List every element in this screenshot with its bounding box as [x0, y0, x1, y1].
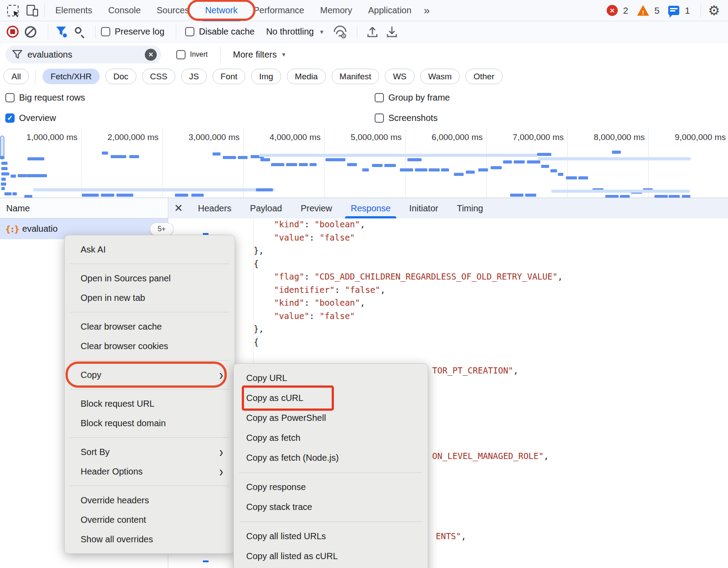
detail-tab-initiator[interactable]: Initiator — [400, 198, 448, 218]
more-filters-label: More filters — [233, 50, 277, 60]
tab-memory[interactable]: Memory — [312, 0, 360, 21]
chip-media[interactable]: Media — [287, 69, 326, 84]
message-count: 1 — [685, 5, 690, 16]
chip-other[interactable]: Other — [465, 69, 503, 84]
options-row-2: ✓ Overview Screenshots — [0, 108, 728, 128]
detail-tab-preview[interactable]: Preview — [291, 198, 341, 218]
timeline-tick-label: 3,000,000 ms — [189, 132, 240, 142]
detail-tab-headers[interactable]: Headers — [189, 198, 241, 218]
record-network-log-button[interactable] — [7, 26, 19, 38]
big-request-rows-label: Big request rows — [19, 93, 85, 103]
devtools-window: ElementsConsoleSourcesNetworkPerformance… — [0, 0, 728, 568]
detail-tab-timing[interactable]: Timing — [448, 198, 492, 218]
group-by-frame-checkbox[interactable] — [375, 93, 384, 102]
menu-item-clear-browser-cache[interactable]: Clear browser cache — [65, 317, 235, 336]
menu-item-override-headers[interactable]: Override headers — [65, 490, 235, 510]
chip-img[interactable]: Img — [251, 69, 281, 84]
warning-icon[interactable]: ! — [637, 5, 649, 16]
copy-submenu: Copy URLCopy as cURLCopy as PowerShellCo… — [233, 363, 428, 568]
menu-item-open-in-sources-panel[interactable]: Open in Sources panel — [65, 268, 235, 288]
tab-performance[interactable]: Performance — [246, 0, 313, 21]
waterfall-bar — [372, 164, 383, 167]
menu-item-block-request-domain[interactable]: Block request domain — [65, 413, 235, 433]
device-toolbar-icon[interactable] — [27, 5, 38, 16]
menu-item-label: Clear browser cache — [81, 322, 162, 332]
menu-item-clear-browser-cookies[interactable]: Clear browser cookies — [65, 336, 235, 356]
chip-manifest[interactable]: Manifest — [332, 69, 379, 84]
context-menu: Ask AIOpen in Sources panelOpen in new t… — [64, 235, 235, 554]
import-har-icon[interactable] — [386, 26, 398, 38]
throttling-select[interactable]: No throttling ▾ — [266, 27, 323, 37]
chip-doc[interactable]: Doc — [105, 69, 136, 84]
timeline-gridline — [567, 128, 568, 198]
overview-checkbox[interactable]: ✓ — [5, 113, 15, 123]
code-fold-icon[interactable] — [203, 560, 209, 562]
menu-item-header-options[interactable]: Header Options› — [65, 462, 235, 481]
detail-tab-payload[interactable]: Payload — [241, 198, 291, 218]
chip-ws[interactable]: WS — [385, 69, 414, 84]
tab-network[interactable]: Network — [197, 0, 245, 21]
menu-item-block-request-url[interactable]: Block request URL — [65, 394, 235, 413]
menu-item-copy-all-listed-as-curl[interactable]: Copy all listed as cURL — [234, 546, 428, 566]
filter-input[interactable]: evaluations ✕ — [5, 46, 161, 63]
menu-item-copy-as-curl[interactable]: Copy as cURL — [234, 388, 428, 408]
menu-item-copy-url[interactable]: Copy URL — [234, 368, 428, 388]
tab-elements[interactable]: Elements — [47, 0, 100, 21]
menu-item-show-all-overrides[interactable]: Show all overrides — [65, 529, 235, 549]
waterfall-bar — [1, 162, 8, 165]
tab-label: Application — [368, 5, 411, 16]
tab-console[interactable]: Console — [100, 0, 148, 21]
tab-sources[interactable]: Sources — [149, 0, 197, 21]
disable-cache-checkbox[interactable] — [185, 27, 194, 36]
network-overview-timeline[interactable]: 1,000,000 ms2,000,000 ms3,000,000 ms4,00… — [0, 128, 728, 198]
menu-item-label: Copy stack trace — [246, 502, 312, 512]
timeline-gridline — [405, 128, 406, 198]
menu-item-copy-as-fetch[interactable]: Copy as fetch — [234, 428, 428, 448]
inspect-element-icon[interactable] — [7, 5, 19, 16]
menu-item-label: Copy as fetch (Node.js) — [246, 453, 339, 463]
clear-filter-icon[interactable]: ✕ — [145, 49, 157, 61]
search-icon[interactable] — [74, 26, 85, 38]
invert-checkbox[interactable] — [176, 50, 186, 59]
menu-separator — [70, 486, 229, 486]
chip-css[interactable]: CSS — [142, 69, 175, 84]
menu-item-copy[interactable]: Copy› — [65, 365, 235, 385]
menu-item-override-content[interactable]: Override content — [65, 510, 235, 529]
menu-item-copy-all-listed-as-powershell[interactable]: Copy all listed as PowerShell — [234, 566, 428, 568]
menu-item-copy-as-fetch-node-js-[interactable]: Copy as fetch (Node.js) — [234, 448, 428, 468]
chip-all[interactable]: All — [4, 69, 29, 84]
tab-application[interactable]: Application — [360, 0, 419, 21]
issues-icon[interactable] — [668, 6, 679, 15]
menu-item-copy-as-powershell[interactable]: Copy as PowerShell — [234, 408, 428, 428]
menu-item-copy-response[interactable]: Copy response — [234, 477, 428, 497]
chip-js[interactable]: JS — [181, 69, 207, 84]
waterfall-bar — [82, 194, 99, 197]
name-column-header[interactable]: Name — [6, 198, 30, 218]
menu-item-copy-all-listed-urls[interactable]: Copy all listed URLs — [234, 526, 428, 546]
export-har-icon[interactable] — [366, 26, 379, 38]
chip-wasm[interactable]: Wasm — [420, 69, 460, 84]
request-count-badge: 5+ — [150, 222, 174, 236]
error-icon[interactable]: ✕ — [607, 5, 618, 16]
menu-item-ask-ai[interactable]: Ask AI — [65, 240, 235, 259]
clear-network-log-button[interactable] — [25, 26, 36, 38]
more-tabs-icon[interactable]: » — [419, 4, 433, 17]
waterfall-bar — [537, 153, 551, 156]
chip-fetchxhr[interactable]: Fetch/XHR — [43, 69, 100, 84]
filter-icon[interactable] — [55, 26, 68, 38]
more-filters-button[interactable]: More filters ▾ — [233, 50, 285, 60]
menu-separator — [70, 360, 229, 361]
screenshots-checkbox[interactable] — [375, 113, 384, 123]
menu-item-copy-stack-trace[interactable]: Copy stack trace — [234, 497, 428, 517]
detail-tab-response[interactable]: Response — [341, 198, 400, 218]
menu-item-open-in-new-tab[interactable]: Open in new tab — [65, 288, 235, 307]
close-detail-icon[interactable]: ✕ — [168, 202, 189, 214]
request-type-chips: AllFetch/XHRDocCSSJSFontImgMediaManifest… — [0, 66, 728, 87]
menu-item-sort-by[interactable]: Sort By› — [65, 442, 235, 462]
network-conditions-icon[interactable] — [332, 25, 348, 39]
big-request-rows-checkbox[interactable] — [5, 93, 15, 102]
chip-font[interactable]: Font — [213, 69, 245, 84]
timeline-tick-label: 1,000,000 ms — [27, 132, 77, 142]
settings-gear-icon[interactable]: ⚙ — [708, 4, 720, 17]
preserve-log-checkbox[interactable] — [101, 27, 110, 36]
